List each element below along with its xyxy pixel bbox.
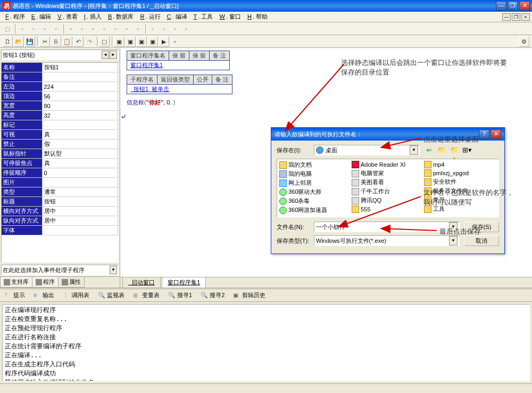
tb-button[interactable]: ▣ [147, 36, 158, 47]
bottom-tab[interactable]: 🔍 搜寻1 [166, 290, 194, 300]
menu-item[interactable]: C. 编译 [164, 12, 190, 22]
program-set-link[interactable]: 窗口程序集1 [127, 61, 230, 70]
code-line[interactable]: 信息框("你好", 0, ) [127, 99, 526, 107]
left-tab[interactable]: 属性 [58, 277, 85, 288]
tb-redo-button[interactable]: ↷ [84, 36, 95, 47]
tb-btn[interactable]: ▫ [51, 23, 61, 34]
prop-value[interactable] [42, 120, 118, 130]
bottom-tab[interactable]: ? 提示 [2, 290, 27, 300]
tb-paste-button[interactable]: 📋 [62, 36, 72, 47]
menu-item[interactable]: B. 数据库 [105, 12, 137, 22]
property-grid[interactable]: 名称按钮1备注左边224顶边56宽度80高度32标记可视真禁止假鼠标指针默认型可… [1, 62, 119, 263]
back-icon[interactable]: ⇐ [423, 145, 434, 155]
combo-prev-button[interactable]: ◄ [102, 51, 109, 59]
prop-value[interactable]: 80 [42, 101, 118, 111]
prop-value[interactable] [42, 226, 118, 235]
file-item[interactable]: 电脑管家 [351, 169, 423, 178]
prop-value[interactable]: 按钮1 [42, 63, 118, 72]
tb-btn[interactable]: ▢ [2, 23, 13, 34]
tb-new-button[interactable]: 🗋 [2, 36, 13, 47]
menu-item[interactable]: R. 运行 [137, 12, 163, 22]
prop-value[interactable]: 通常 [42, 187, 118, 197]
tb-btn[interactable]: ▫ [181, 23, 192, 34]
tb-button[interactable]: ⚙ [519, 36, 529, 47]
prop-value[interactable] [42, 72, 118, 82]
tb-button[interactable]: ▢ [99, 36, 110, 47]
bottom-tab[interactable]: ⋮⋮⋮ 调用表 [61, 290, 92, 300]
file-item[interactable]: 服务器文件夹 [423, 186, 495, 195]
minimize-button[interactable]: — [496, 1, 506, 11]
file-item[interactable]: 我的电脑 [278, 169, 351, 178]
file-list[interactable]: 我的文档我的电脑网上邻居360驱动大师360杀毒360网游加速器 Adobe R… [277, 159, 499, 217]
file-item[interactable]: 360杀毒 [278, 196, 351, 206]
filetype-combo[interactable]: Windows可执行文件(*.exe)▼ [314, 235, 460, 246]
tb-btn[interactable]: ▫ [99, 23, 110, 34]
bottom-tab[interactable]: ⊞ 变量表 [131, 290, 162, 300]
up-icon[interactable]: 📁 [436, 145, 447, 155]
tb-btn[interactable]: ▫ [65, 23, 76, 34]
tb-btn[interactable]: ▫ [170, 23, 180, 34]
maximize-button[interactable]: ❐ [508, 1, 518, 11]
menu-item[interactable]: V. 查看 [54, 12, 80, 22]
prop-value[interactable]: 真 [42, 130, 118, 140]
dropdown-icon[interactable]: ▼ [410, 145, 418, 155]
dialog-close-button[interactable]: ✕ [491, 129, 501, 139]
save-button[interactable]: 保存(S) [464, 222, 499, 232]
menu-item[interactable]: W. 窗口 [216, 12, 244, 22]
dropdown-icon[interactable]: ▼ [449, 236, 458, 245]
file-item[interactable]: 千牛工作台 [351, 187, 423, 196]
tb-btn[interactable]: ▫ [110, 23, 121, 34]
subprogram-link[interactable]: _按钮1_被单击 [127, 85, 232, 94]
menu-item[interactable]: E. 编辑 [28, 12, 54, 22]
cancel-button[interactable]: 取消 [464, 235, 499, 246]
menu-item[interactable]: F. 程序 [2, 12, 28, 22]
prop-value[interactable]: 居中 [42, 207, 118, 216]
file-item[interactable]: 腾讯QQ [351, 196, 423, 205]
component-selector[interactable]: 按钮1 (按钮) ◄ ► [1, 50, 119, 60]
output-text[interactable]: 正在编译现行程序 正在检查重复名称... 正在预处理现行程序 正在进行名称连接 … [2, 304, 530, 381]
prop-value[interactable]: 居中 [42, 216, 118, 226]
tb-undo-button[interactable]: ↶ [73, 36, 84, 47]
file-item[interactable]: 555 [351, 205, 423, 214]
file-item[interactable]: 复习 [423, 195, 495, 204]
file-item[interactable]: 工具 [423, 204, 495, 214]
inner-close-button[interactable]: × [521, 13, 530, 21]
menu-item[interactable]: T. 工具 [190, 12, 217, 22]
tb-run-button[interactable]: ▶ [159, 36, 169, 47]
view-icon[interactable]: ⊞▾ [462, 145, 472, 155]
tb-btn[interactable]: ▫ [159, 23, 169, 34]
file-item[interactable]: mp4 [423, 160, 495, 169]
file-item[interactable]: 美图看看 [351, 178, 423, 187]
code-tab[interactable]: _启动窗口 [122, 277, 161, 288]
tb-btn[interactable]: ▫ [17, 23, 28, 34]
file-item[interactable]: 我的文档 [278, 160, 351, 169]
tb-copy-button[interactable]: ⎘ [51, 36, 61, 47]
save-in-combo[interactable]: 桌面 ▼ [314, 145, 420, 155]
tb-btn[interactable]: ▫ [121, 23, 132, 34]
left-tab[interactable]: 支持库 [0, 277, 32, 288]
prop-value[interactable]: 按钮 [42, 197, 118, 207]
tb-button[interactable]: ▣ [114, 36, 124, 47]
prop-value[interactable]: 224 [42, 82, 118, 92]
tb-btn[interactable]: ▫ [28, 23, 39, 34]
bottom-tab[interactable]: 🔍 监视表 [96, 290, 127, 300]
dialog-help-button[interactable]: ? [479, 129, 489, 139]
tb-button[interactable]: ▣ [136, 36, 147, 47]
file-item[interactable]: pmlxzj_xpgod [423, 169, 495, 177]
prop-value[interactable]: 真 [42, 159, 118, 168]
file-item[interactable]: 360驱动大师 [278, 187, 351, 196]
dropdown-icon[interactable]: ▼ [449, 222, 458, 232]
combo-next-button[interactable]: ► [110, 51, 117, 59]
bottom-tab[interactable]: 🔍 搜寻2 [198, 290, 227, 300]
file-item[interactable]: 360网游加速器 [278, 206, 351, 215]
menu-item[interactable]: H. 帮助 [244, 12, 271, 22]
bottom-tab[interactable]: ≡ 输出 [31, 290, 56, 300]
newfolder-icon[interactable]: 📁* [449, 145, 460, 155]
inner-minimize-button[interactable]: — [502, 13, 511, 21]
tb-btn[interactable]: ▫ [77, 23, 87, 34]
left-tab[interactable]: 程序 [32, 277, 59, 288]
dropdown-icon[interactable]: ▼ [110, 266, 117, 274]
tb-open-button[interactable]: 📂 [13, 36, 24, 47]
prop-value[interactable]: 0 [42, 168, 118, 178]
tb-btn[interactable]: ▫ [88, 23, 98, 34]
